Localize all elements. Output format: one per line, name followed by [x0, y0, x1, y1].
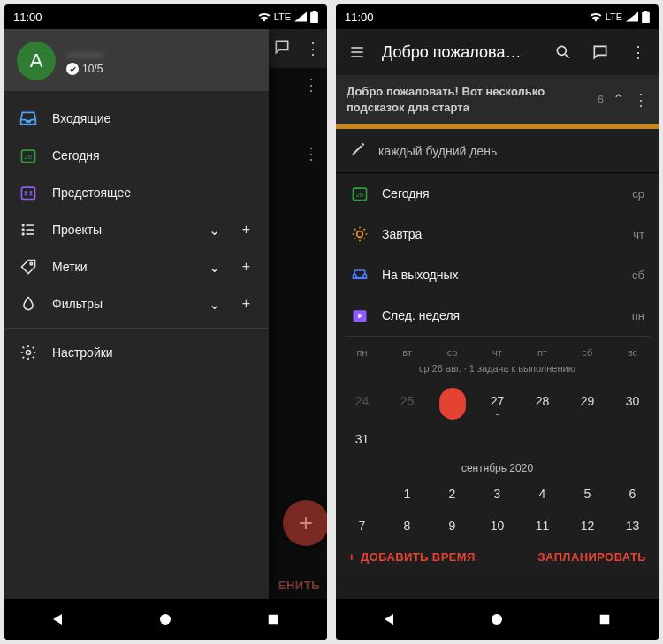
comment-icon[interactable]	[584, 36, 616, 68]
status-bar: 11:00 LTE	[336, 4, 659, 29]
today-icon: 26	[19, 146, 38, 165]
cal-dow: ср	[430, 342, 475, 361]
menu-item-upcoming[interactable]: Предстоящее	[4, 174, 269, 211]
cal-day[interactable]: 13	[610, 510, 655, 542]
menu-label: Фильтры	[52, 297, 191, 311]
overflow-icon[interactable]: ⋮	[621, 36, 653, 68]
quick-date-label: На выходных	[382, 268, 620, 282]
quick-date-today[interactable]: 26 Сегодня ср	[336, 173, 659, 214]
menu-item-projects[interactable]: Проекты ⌄ +	[4, 211, 269, 248]
chevron-down-icon[interactable]: ⌄	[205, 259, 223, 276]
cal-day[interactable]: 9	[430, 510, 475, 542]
appbar: Добро пожалова… ⋮	[336, 29, 659, 75]
menu-item-inbox[interactable]: Входящие	[4, 100, 269, 137]
status-lte: LTE	[606, 11, 622, 22]
cal-day[interactable]: 25	[385, 385, 430, 417]
cal-day[interactable]: 6	[610, 478, 655, 510]
nav-back-icon[interactable]	[50, 611, 66, 627]
quick-date-nextweek[interactable]: След. неделя пн	[336, 295, 659, 336]
svg-rect-16	[600, 615, 610, 625]
svg-point-15	[492, 614, 502, 625]
list-icon	[19, 220, 38, 239]
nav-home-icon[interactable]	[489, 611, 505, 627]
cal-day[interactable]: 30	[610, 385, 655, 417]
schedule-input-row[interactable]: каждый будний день	[336, 129, 659, 173]
status-icons: LTE	[590, 11, 650, 23]
add-icon[interactable]: +	[237, 222, 255, 238]
nav-recent-icon[interactable]	[597, 611, 613, 627]
gear-icon	[19, 343, 38, 362]
profile-header[interactable]: A ——— 10/5	[4, 29, 269, 91]
cal-day[interactable]: 29	[565, 385, 610, 417]
cal-dow: пт	[520, 342, 565, 361]
nav-home-icon[interactable]	[157, 611, 173, 627]
cal-day[interactable]: 31	[339, 423, 385, 455]
cal-day[interactable]: 1	[385, 478, 430, 510]
scheduler-panel: каждый будний день 26 Сегодня ср Завтра …	[336, 129, 659, 574]
drop-icon	[19, 294, 38, 314]
calendar: пн вт ср чт пт сб вс ср 26 авг. · 1 зада…	[336, 337, 659, 542]
add-time-button[interactable]: + ДОБАВИТЬ ВРЕМЯ	[348, 550, 476, 564]
cal-day[interactable]: 5	[565, 478, 610, 510]
cal-day[interactable]: 2	[430, 478, 475, 510]
section-count: 6	[598, 93, 604, 106]
quick-date-weekend[interactable]: На выходных сб	[336, 254, 659, 295]
cal-day[interactable]: 28	[520, 385, 565, 417]
comment-icon[interactable]	[273, 38, 291, 59]
cal-day-selected[interactable]: 26	[430, 379, 475, 423]
status-time: 11:00	[345, 11, 374, 24]
quick-date-day: чт	[633, 228, 644, 241]
nav-back-icon[interactable]	[382, 611, 398, 627]
overflow-icon[interactable]: ⋮	[305, 39, 320, 58]
svg-point-10	[557, 46, 566, 55]
chevron-down-icon[interactable]: ⌄	[205, 296, 223, 313]
menu-item-today[interactable]: 26 Сегодня	[4, 137, 269, 174]
cal-day[interactable]: 24	[339, 385, 385, 417]
menu-item-settings[interactable]: Настройки	[4, 334, 269, 371]
appbar-title: Добро пожалова…	[378, 43, 542, 62]
android-navbar	[336, 599, 659, 640]
calendar-dow-row: пн вт ср чт пт сб вс ср 26 авг. · 1 зада…	[339, 342, 655, 379]
menu-label: Входящие	[52, 111, 255, 125]
cal-day[interactable]: 27	[475, 385, 520, 417]
today-icon: 26	[350, 184, 370, 203]
quick-date-tomorrow[interactable]: Завтра чт	[336, 214, 659, 254]
profile-name: ———	[66, 47, 103, 61]
svg-text:26: 26	[356, 191, 363, 199]
quick-date-label: След. неделя	[382, 308, 620, 322]
cal-dow: вс	[610, 342, 655, 361]
chevron-down-icon[interactable]: ⌄	[205, 222, 223, 239]
menu-item-filters[interactable]: Фильтры ⌄ +	[4, 285, 269, 322]
nav-recent-icon[interactable]	[265, 611, 281, 627]
cal-day[interactable]: 3	[475, 478, 520, 510]
fab-add-task[interactable]: +	[283, 500, 327, 546]
overflow-icon[interactable]: ⋮	[633, 90, 648, 110]
cal-dow: пн	[339, 342, 385, 361]
add-icon[interactable]: +	[237, 259, 255, 275]
cal-day[interactable]: 11	[520, 510, 565, 542]
menu-item-labels[interactable]: Метки ⌄ +	[4, 248, 269, 285]
left-screen: ⋮ ⋮ ⋮ + ЕНИТЬ A ——— 10/5	[4, 29, 327, 599]
schedule-input-text: каждый будний день	[378, 144, 497, 158]
cal-day[interactable]: 4	[520, 478, 565, 510]
scheduler-actions: + ДОБАВИТЬ ВРЕМЯ ЗАПЛАНИРОВАТЬ	[336, 542, 659, 574]
cal-day[interactable]: 12	[565, 510, 610, 542]
schedule-button[interactable]: ЗАПЛАНИРОВАТЬ	[537, 550, 646, 564]
plus-icon: +	[348, 550, 355, 564]
chevron-up-icon[interactable]: ⌃	[613, 91, 624, 108]
section-header[interactable]: Добро пожаловать! Вот несколько подсказо…	[336, 75, 659, 124]
search-icon[interactable]	[547, 36, 579, 68]
cal-dow: сб	[565, 342, 610, 361]
divider	[4, 328, 269, 329]
cal-day[interactable]: 10	[475, 510, 520, 542]
cal-day[interactable]: 7	[339, 510, 385, 542]
calendar-week-row: 24 25 26 27 28 29 30	[339, 379, 655, 423]
nav-drawer: A ——— 10/5 Входящие 26 Сегодня	[4, 29, 269, 599]
add-icon[interactable]: +	[237, 296, 255, 312]
hamburger-icon[interactable]	[341, 36, 373, 68]
cal-day[interactable]: 8	[385, 510, 430, 542]
quick-date-day: пн	[632, 309, 644, 322]
upcoming-icon	[19, 183, 38, 202]
cal-day	[339, 485, 385, 503]
cancel-button-peek: ЕНИТЬ	[278, 579, 320, 592]
